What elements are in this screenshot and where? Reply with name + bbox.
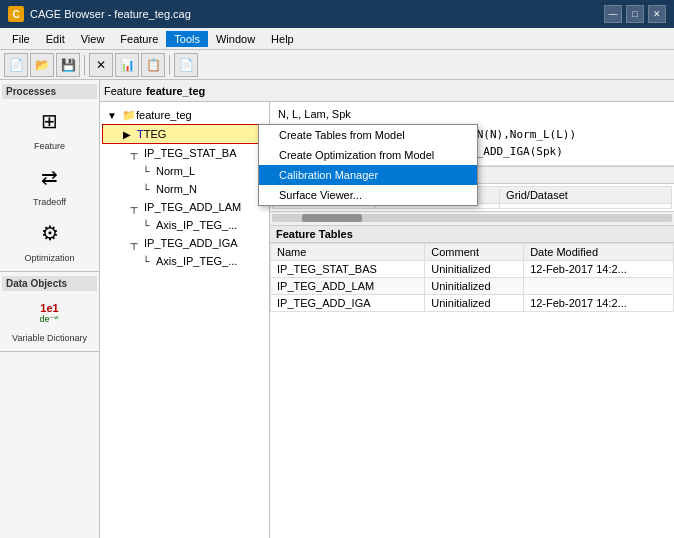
tree-item-icon-feature: 📁	[122, 109, 136, 122]
feature-tables-section: Feature Tables Name Comment Date Modifie…	[270, 225, 674, 312]
window-controls[interactable]: — □ ✕	[604, 5, 666, 23]
tree-leaf-axis-lam: └	[138, 217, 154, 233]
close-button[interactable]: ✕	[648, 5, 666, 23]
menu-help[interactable]: Help	[263, 31, 302, 47]
open-button[interactable]: 📂	[30, 53, 54, 77]
feature-tables-table: Name Comment Date Modified IP_TEG_STAT_B…	[270, 243, 674, 312]
feature-label: Feature	[34, 141, 65, 151]
minimize-button[interactable]: —	[604, 5, 622, 23]
tree-item-teg[interactable]: ▶ T TEG	[102, 124, 267, 144]
sidebar-item-variable-dictionary[interactable]: 1e1 de⁻ʷ Variable Dictionary	[2, 291, 97, 347]
menu-calibration-manager[interactable]: Calibration Manager	[259, 165, 477, 185]
tree-leaf-norm-n: └	[138, 181, 154, 197]
fill-col-grid: Grid/Dataset	[500, 186, 672, 203]
horizontal-scrollbar[interactable]	[270, 211, 674, 225]
copy-button[interactable]: 📋	[141, 53, 165, 77]
menu-bar: File Edit View Feature Tools Window Help	[0, 28, 674, 50]
ft-row2-date	[524, 277, 674, 294]
table-row[interactable]: IP_TEG_ADD_LAM Uninitialized	[271, 277, 674, 294]
menu-view[interactable]: View	[73, 31, 113, 47]
ft-col-date: Date Modified	[524, 243, 674, 260]
tree-item-add-lam[interactable]: ┬ IP_TEG_ADD_LAM	[102, 198, 267, 216]
tree-item-axis-iga[interactable]: └ Axis_IP_TEG_...	[102, 252, 267, 270]
optimization-icon: ⚙	[32, 215, 68, 251]
table-row[interactable]: IP_TEG_ADD_IGA Uninitialized 12-Feb-2017…	[271, 294, 674, 311]
chart-button[interactable]: 📊	[115, 53, 139, 77]
tree-arrow-teg: ▶	[119, 126, 135, 142]
tree-branch-stat: ┬	[126, 145, 142, 161]
tree-leaf-axis-iga: └	[138, 253, 154, 269]
scrollbar-thumb[interactable]	[302, 214, 362, 222]
menu-window[interactable]: Window	[208, 31, 263, 47]
variable-dict-label: Variable Dictionary	[12, 333, 87, 343]
ft-row3-comment: Uninitialized	[425, 294, 524, 311]
sidebar-item-optimization[interactable]: ⚙ Optimization	[2, 211, 97, 267]
ft-row1-date: 12-Feb-2017 14:2...	[524, 260, 674, 277]
optimization-label: Optimization	[24, 253, 74, 263]
tree-pane: ▼ 📁 feature_teg ▶ T TEG ┬ IP_TEG_STAT_BA…	[100, 102, 270, 538]
tree-label-axis-lam: Axis_IP_TEG_...	[156, 219, 237, 231]
ft-row1-comment: Uninitialized	[425, 260, 524, 277]
tradeoff-label: Tradeoff	[33, 197, 66, 207]
content-area: Feature feature_teg ▼ 📁 feature_teg ▶ T …	[100, 80, 674, 538]
doc-button[interactable]: 📄	[174, 53, 198, 77]
tools-dropdown-menu: Create Tables from Model Create Optimiza…	[258, 124, 478, 206]
tree-leaf-norm-l: └	[138, 163, 154, 179]
tradeoff-icon: ⇄	[32, 159, 68, 195]
save-button[interactable]: 💾	[56, 53, 80, 77]
menu-create-optimization[interactable]: Create Optimization from Model	[259, 145, 477, 165]
address-label: Feature	[104, 85, 142, 97]
toolbar-separator-1	[84, 55, 85, 75]
address-breadcrumb: feature_teg	[146, 85, 205, 97]
menu-feature[interactable]: Feature	[112, 31, 166, 47]
tree-label-axis-iga: Axis_IP_TEG_...	[156, 255, 237, 267]
toolbar: 📄 📂 💾 ✕ 📊 📋 📄	[0, 50, 674, 80]
data-objects-label: Data Objects	[2, 276, 97, 291]
ft-row3-name: IP_TEG_ADD_IGA	[271, 294, 425, 311]
main-area: Processes ⊞ Feature ⇄ Tradeoff ⚙ Optimiz…	[0, 80, 674, 538]
tree-item-feature-teg[interactable]: ▼ 📁 feature_teg	[102, 106, 267, 124]
processes-label: Processes	[2, 84, 97, 99]
menu-create-tables[interactable]: Create Tables from Model	[259, 125, 477, 145]
title-bar: C CAGE Browser - feature_teg.cag — □ ✕	[0, 0, 674, 28]
tree-label-add-lam: IP_TEG_ADD_LAM	[144, 201, 241, 213]
table-row[interactable]: IP_TEG_STAT_BAS Uninitialized 12-Feb-201…	[271, 260, 674, 277]
tree-item-norm-l[interactable]: └ Norm_L	[102, 162, 267, 180]
ft-row3-date: 12-Feb-2017 14:2...	[524, 294, 674, 311]
delete-button[interactable]: ✕	[89, 53, 113, 77]
ft-col-comment: Comment	[425, 243, 524, 260]
feature-icon: ⊞	[32, 103, 68, 139]
window-title: CAGE Browser - feature_teg.cag	[30, 8, 191, 20]
menu-file[interactable]: File	[4, 31, 38, 47]
sidebar-item-feature[interactable]: ⊞ Feature	[2, 99, 97, 155]
maximize-button[interactable]: □	[626, 5, 644, 23]
tree-branch-iga: ┬	[126, 235, 142, 251]
sidebar: Processes ⊞ Feature ⇄ Tradeoff ⚙ Optimiz…	[0, 80, 100, 538]
sidebar-item-tradeoff[interactable]: ⇄ Tradeoff	[2, 155, 97, 211]
feature-tables-header: Feature Tables	[270, 226, 674, 243]
menu-surface-viewer[interactable]: Surface Viewer...	[259, 185, 477, 205]
toolbar-separator-2	[169, 55, 170, 75]
tree-label-norm-n: Norm_N	[156, 183, 197, 195]
tree-branch-lam: ┬	[126, 199, 142, 215]
tree-label-add-iga: IP_TEG_ADD_IGA	[144, 237, 238, 249]
tree-icon-teg: T	[137, 128, 144, 140]
tree-label-norm-l: Norm_L	[156, 165, 195, 177]
new-button[interactable]: 📄	[4, 53, 28, 77]
tree-item-add-iga[interactable]: ┬ IP_TEG_ADD_IGA	[102, 234, 267, 252]
tree-item-stat-bas[interactable]: ┬ IP_TEG_STAT_BA	[102, 144, 267, 162]
address-bar: Feature feature_teg	[100, 80, 674, 102]
inputs-value: N, L, Lam, Spk	[278, 108, 351, 120]
tree-label-stat-bas: IP_TEG_STAT_BA	[144, 147, 237, 159]
tree-label-feature-teg: feature_teg	[136, 109, 192, 121]
tree-item-norm-n[interactable]: └ Norm_N	[102, 180, 267, 198]
ft-row2-name: IP_TEG_ADD_LAM	[271, 277, 425, 294]
tree-item-axis-lam[interactable]: └ Axis_IP_TEG_...	[102, 216, 267, 234]
tree-expand-icon: ▼	[104, 107, 120, 123]
ft-row1-name: IP_TEG_STAT_BAS	[271, 260, 425, 277]
menu-tools[interactable]: Tools	[166, 31, 208, 47]
variable-dict-icon: 1e1 de⁻ʷ	[32, 295, 68, 331]
data-objects-section: Data Objects 1e1 de⁻ʷ Variable Dictionar…	[0, 272, 99, 352]
menu-edit[interactable]: Edit	[38, 31, 73, 47]
scrollbar-track[interactable]	[272, 214, 672, 222]
